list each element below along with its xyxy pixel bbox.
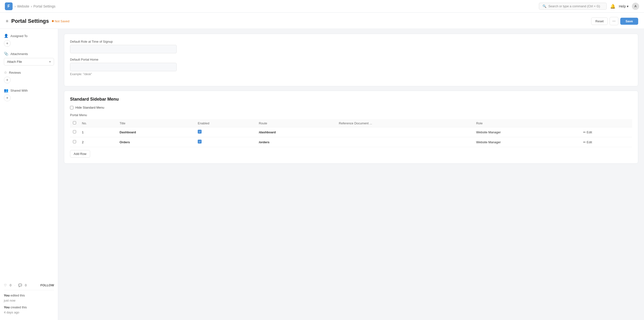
shared-with-label: Shared With	[10, 89, 28, 92]
select-all-checkbox[interactable]	[73, 121, 76, 124]
th-actions	[580, 119, 632, 127]
star-icon: ☆	[4, 70, 7, 75]
add-row-button[interactable]: Add Row	[70, 150, 90, 158]
breadcrumb-portal-settings[interactable]: Portal Settings	[34, 4, 56, 8]
attach-file-label: Attach File	[7, 60, 22, 64]
search-placeholder-text: Search or type a command (Ctrl + G)	[548, 4, 600, 8]
avatar[interactable]: A	[632, 3, 639, 10]
row-no-1: 2	[79, 137, 116, 147]
row-no-0: 1	[79, 127, 116, 137]
activity-2-bold: You	[4, 305, 10, 309]
th-no: No.	[79, 119, 116, 127]
sidebar: 👤 Assigned To + 📎 Attachments Attach Fil…	[0, 29, 58, 320]
menu-icon[interactable]: ≡	[6, 19, 8, 24]
breadcrumb-website[interactable]: Website	[17, 4, 29, 8]
hide-standard-menu-checkbox[interactable]	[70, 106, 74, 109]
app-icon: F	[5, 3, 12, 10]
row-checkbox-0[interactable]	[73, 130, 76, 133]
default-role-input[interactable]	[70, 45, 177, 53]
page-header-left: ≡ Portal Settings Not Saved	[6, 18, 69, 24]
activity-1-bold: You	[4, 293, 10, 297]
page-header-right: Reset ··· Save	[591, 17, 638, 25]
hide-standard-menu-row: Hide Standard Menu	[70, 106, 632, 109]
row-enabled-0	[195, 127, 256, 137]
th-title: Title	[116, 119, 195, 127]
edit-link-0[interactable]: ✏ Edit	[583, 130, 629, 134]
heart-icon[interactable]: ♡	[4, 283, 7, 287]
sidebar-reviews-section: ☆ Reviews +	[4, 70, 54, 83]
default-portal-home-input[interactable]	[70, 63, 177, 71]
attachments-label: Attachments	[10, 52, 28, 56]
enabled-check-icon	[198, 140, 202, 144]
search-box[interactable]: 🔍 Search or type a command (Ctrl + G)	[539, 3, 607, 10]
comments-count: 0	[25, 283, 27, 287]
page-wrapper: ≡ Portal Settings Not Saved Reset ··· Sa…	[0, 13, 644, 320]
follow-button[interactable]: FOLLOW	[40, 283, 54, 287]
nav-left: F › Website › Portal Settings	[5, 3, 56, 10]
row-checkbox-1[interactable]	[73, 140, 76, 143]
nav-right: 🔍 Search or type a command (Ctrl + G) 🔔 …	[539, 3, 639, 10]
portal-home-hint: Example: "/desk"	[70, 73, 632, 76]
dot-separator: ·	[14, 283, 15, 287]
hide-standard-menu-label: Hide Standard Menu	[75, 106, 104, 109]
notification-bell-icon[interactable]: 🔔	[610, 4, 616, 9]
row-role-1: Website Manager	[473, 137, 580, 147]
row-title-0: Dashboard	[116, 127, 195, 137]
add-review-button[interactable]: +	[4, 77, 11, 83]
assigned-to-title: 👤 Assigned To	[4, 34, 54, 38]
table-row: 1 Dashboard /dashboard Website Manager ✏…	[70, 127, 632, 137]
portal-menu-table: No. Title Enabled Route Reference Docume…	[70, 119, 632, 147]
comment-icon[interactable]: 💬	[18, 283, 22, 287]
help-button[interactable]: Help ▾	[619, 4, 628, 8]
person-icon: 👤	[4, 34, 8, 38]
chevron-down-icon: ▾	[627, 4, 628, 8]
row-role-0: Website Manager	[473, 127, 580, 137]
reviews-title: ☆ Reviews	[4, 70, 54, 75]
paperclip-icon: 📎	[4, 52, 8, 56]
activity-1-time: just now	[4, 299, 16, 302]
add-assigned-button[interactable]: +	[4, 40, 11, 47]
table-header-row: No. Title Enabled Route Reference Docume…	[70, 119, 632, 127]
top-nav: F › Website › Portal Settings 🔍 Search o…	[0, 0, 644, 13]
th-enabled: Enabled	[195, 119, 256, 127]
sidebar-assigned-to-section: 👤 Assigned To +	[4, 34, 54, 47]
breadcrumb-separator: ›	[14, 4, 16, 8]
search-icon: 🔍	[542, 4, 546, 8]
row-enabled-1	[195, 137, 256, 147]
row-checkbox-cell-1	[70, 137, 79, 147]
save-button[interactable]: Save	[620, 18, 638, 25]
row-checkbox-cell-0	[70, 127, 79, 137]
breadcrumb: › Website › Portal Settings	[14, 4, 56, 8]
th-select-all	[70, 119, 79, 127]
attachments-title: 📎 Attachments	[4, 52, 54, 56]
page-header: ≡ Portal Settings Not Saved Reset ··· Sa…	[0, 13, 644, 29]
row-route-1: /orders	[256, 137, 336, 147]
portal-menu-label: Portal Menu	[70, 113, 632, 117]
add-shared-button[interactable]: +	[4, 95, 11, 101]
assigned-to-label: Assigned To	[10, 34, 28, 38]
reviews-label: Reviews	[9, 71, 21, 74]
content-layout: 👤 Assigned To + 📎 Attachments Attach Fil…	[0, 29, 644, 320]
default-role-card: Default Role at Time of Signup Default P…	[64, 34, 638, 86]
main-content: Default Role at Time of Signup Default P…	[58, 29, 644, 320]
row-ref-doc-1	[336, 137, 474, 147]
attach-plus-icon: +	[49, 60, 51, 64]
row-ref-doc-0	[336, 127, 474, 137]
th-role: Role	[473, 119, 580, 127]
activity-1-text: edited this	[10, 293, 25, 297]
th-route: Route	[256, 119, 336, 127]
attach-file-button[interactable]: Attach File +	[4, 58, 54, 66]
not-saved-badge: Not Saved	[52, 20, 70, 23]
default-role-label: Default Role at Time of Signup	[70, 40, 632, 43]
reset-button[interactable]: Reset	[591, 18, 608, 25]
likes-count: 0	[10, 283, 12, 287]
shared-with-title: 👥 Shared With	[4, 88, 54, 93]
row-title-1: Orders	[116, 137, 195, 147]
more-button[interactable]: ···	[610, 17, 618, 25]
sidebar-attachments-section: 📎 Attachments Attach File +	[4, 52, 54, 66]
default-portal-home-label: Default Portal Home	[70, 58, 632, 61]
row-route-0: /dashboard	[256, 127, 336, 137]
people-icon: 👥	[4, 88, 8, 93]
sidebar-footer: ♡ 0 · 💬 0 FOLLOW You edited this just no…	[4, 283, 54, 315]
edit-link-1[interactable]: ✏ Edit	[583, 140, 629, 144]
